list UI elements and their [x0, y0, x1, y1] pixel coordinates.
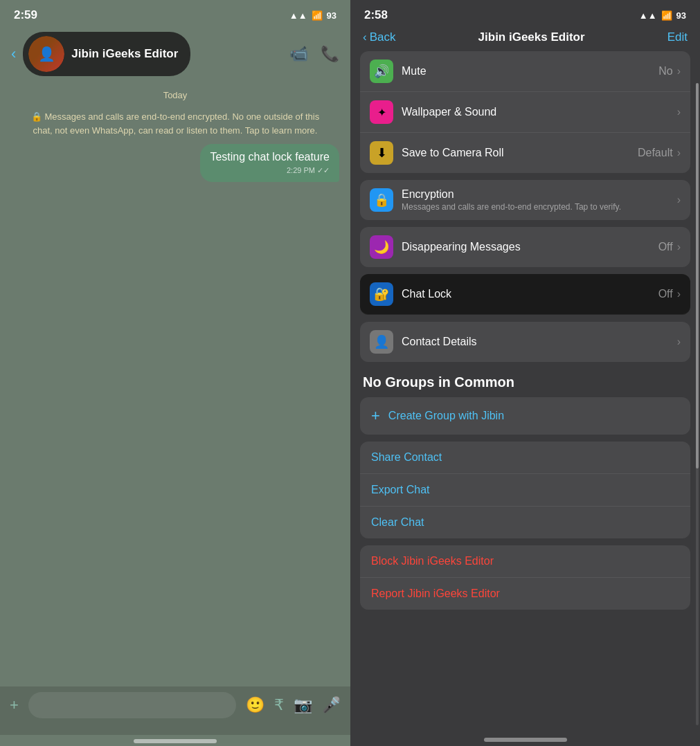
wifi-icon: 📶	[312, 10, 323, 21]
mute-value: No	[658, 65, 672, 78]
contact-details-chevron: ›	[677, 336, 681, 348]
export-chat-label: Export Chat	[371, 484, 429, 495]
chat-lock-value: Off	[658, 288, 673, 300]
disappearing-chevron: ›	[677, 241, 681, 253]
settings-list: 🔊 Mute No › ✦ Wallpaper & Sound › ⬇ Save…	[350, 51, 700, 732]
save-camera-chevron: ›	[677, 147, 681, 159]
wallpaper-icon: ✦	[370, 100, 393, 124]
encryption-label: Encryption	[402, 188, 677, 201]
save-camera-value: Default	[638, 147, 673, 159]
avatar: 👤	[28, 36, 64, 72]
group-contact-details: 👤 Contact Details ›	[360, 322, 690, 362]
phone-call-icon[interactable]: 📞	[321, 45, 339, 63]
time-right: 2:58	[364, 8, 388, 22]
rupee-icon[interactable]: ₹	[274, 696, 284, 714]
mic-icon[interactable]: 🎤	[322, 696, 341, 714]
wifi-icon-right: 📶	[661, 10, 672, 21]
bottom-bar: + 🙂 ₹ 📷 🎤	[0, 686, 350, 735]
group-encryption: 🔒 Encryption Messages and calls are end-…	[360, 180, 690, 220]
nav-back-chevron: ‹	[363, 30, 367, 44]
save-camera-icon: ⬇	[370, 141, 393, 165]
message-text: Testing chat lock feature	[210, 151, 330, 163]
group-disappearing: 🌙 Disappearing Messages Off ›	[360, 227, 690, 267]
clear-chat-row[interactable]: Clear Chat	[360, 507, 690, 538]
contact-details-row[interactable]: 👤 Contact Details ›	[360, 322, 690, 362]
message-bubble: Testing chat lock feature 2:29 PM ✓✓	[200, 144, 339, 182]
danger-group: Block Jibin iGeeks Editor Report Jibin i…	[360, 545, 690, 610]
action-group: Share Contact Export Chat Clear Chat	[360, 442, 690, 538]
clear-chat-label: Clear Chat	[371, 516, 424, 528]
wallpaper-row[interactable]: ✦ Wallpaper & Sound ›	[360, 92, 690, 133]
home-indicator-left	[134, 739, 217, 743]
contact-details-label: Contact Details	[402, 336, 677, 348]
message-time: 2:29 PM ✓✓	[210, 166, 330, 175]
video-call-icon[interactable]: 📹	[289, 45, 308, 63]
group-basic: 🔊 Mute No › ✦ Wallpaper & Sound › ⬇ Save…	[360, 51, 690, 173]
chat-header: ‹ 👤 Jibin iGeeks Editor 📹 📞	[0, 28, 350, 83]
chat-area: Today 🔒 Messages and calls are end-to-en…	[0, 83, 350, 686]
scrollbar-track	[696, 83, 699, 725]
plus-icon[interactable]: +	[10, 696, 19, 714]
status-bar-left: 2:59 ▲▲ 📶 93	[0, 0, 350, 28]
nav-title: Jibin iGeeks Editor	[478, 30, 585, 44]
save-camera-label: Save to Camera Roll	[402, 147, 638, 159]
left-panel: 2:59 ▲▲ 📶 93 ‹ 👤 Jibin iGeeks Editor 📹 📞…	[0, 0, 350, 746]
share-contact-row[interactable]: Share Contact	[360, 442, 690, 474]
mute-chevron: ›	[677, 65, 681, 78]
disappearing-row[interactable]: 🌙 Disappearing Messages Off ›	[360, 227, 690, 267]
text-input[interactable]	[28, 692, 236, 718]
disappearing-value: Off	[658, 241, 673, 253]
encryption-icon: 🔒	[370, 188, 393, 212]
scrollbar-thumb	[696, 83, 699, 468]
contact-pill[interactable]: 👤 Jibin iGeeks Editor	[23, 32, 190, 76]
wallpaper-chevron: ›	[677, 106, 681, 118]
save-camera-row[interactable]: ⬇ Save to Camera Roll Default ›	[360, 133, 690, 173]
encryption-chevron: ›	[677, 194, 681, 206]
chat-lock-chevron: ›	[677, 288, 681, 300]
disappearing-icon: 🌙	[370, 235, 393, 259]
camera-icon[interactable]: 📷	[294, 696, 312, 714]
encryption-row[interactable]: 🔒 Encryption Messages and calls are end-…	[360, 180, 690, 220]
chat-lock-row[interactable]: 🔐 Chat Lock Off ›	[360, 274, 690, 315]
report-row[interactable]: Report Jibin iGeeks Editor	[360, 578, 690, 610]
mute-label: Mute	[402, 65, 658, 78]
avatar-image: 👤	[28, 36, 64, 72]
header-actions: 📹 📞	[289, 45, 339, 63]
back-button[interactable]: ‹	[11, 45, 16, 63]
time-left: 2:59	[14, 8, 37, 22]
create-group-row[interactable]: + Create Group with Jibin	[360, 397, 690, 435]
signal-icon-right: ▲▲	[639, 10, 657, 21]
nav-back-label: Back	[370, 30, 396, 44]
sticker-icon[interactable]: 🙂	[246, 696, 264, 714]
date-label: Today	[11, 90, 339, 100]
right-panel: 2:58 ▲▲ 📶 93 ‹ Back Jibin iGeeks Editor …	[350, 0, 700, 746]
mute-icon: 🔊	[370, 60, 393, 83]
nav-back-button[interactable]: ‹ Back	[363, 30, 395, 44]
disappearing-label: Disappearing Messages	[402, 241, 658, 253]
contact-details-icon: 👤	[370, 330, 393, 354]
status-bar-right: 2:58 ▲▲ 📶 93	[350, 0, 700, 28]
no-groups-header: No Groups in Common	[360, 369, 690, 397]
nav-bar: ‹ Back Jibin iGeeks Editor Edit	[350, 28, 700, 51]
chat-lock-label: Chat Lock	[402, 288, 658, 300]
battery-left: 93	[327, 10, 336, 21]
create-group-plus-icon: +	[371, 407, 380, 425]
status-icons-right: ▲▲ 📶 93	[639, 10, 686, 21]
nav-edit-button[interactable]: Edit	[667, 30, 688, 44]
chat-lock-icon: 🔐	[370, 282, 393, 306]
block-label: Block Jibin iGeeks Editor	[371, 555, 494, 567]
export-chat-row[interactable]: Export Chat	[360, 474, 690, 507]
mute-row[interactable]: 🔊 Mute No ›	[360, 51, 690, 92]
signal-icon: ▲▲	[289, 10, 307, 21]
wallpaper-label: Wallpaper & Sound	[402, 106, 677, 118]
report-label: Report Jibin iGeeks Editor	[371, 588, 500, 599]
status-icons-left: ▲▲ 📶 93	[289, 10, 336, 21]
encryption-notice: 🔒 Messages and calls are end-to-end encr…	[11, 110, 339, 137]
encryption-sublabel: Messages and calls are end-to-end encryp…	[402, 202, 677, 212]
create-group-label: Create Group with Jibin	[388, 410, 504, 422]
battery-right: 93	[676, 10, 686, 21]
contact-name: Jibin iGeeks Editor	[71, 47, 178, 61]
home-indicator-right	[484, 738, 567, 742]
block-row[interactable]: Block Jibin iGeeks Editor	[360, 545, 690, 578]
share-contact-label: Share Contact	[371, 451, 442, 463]
